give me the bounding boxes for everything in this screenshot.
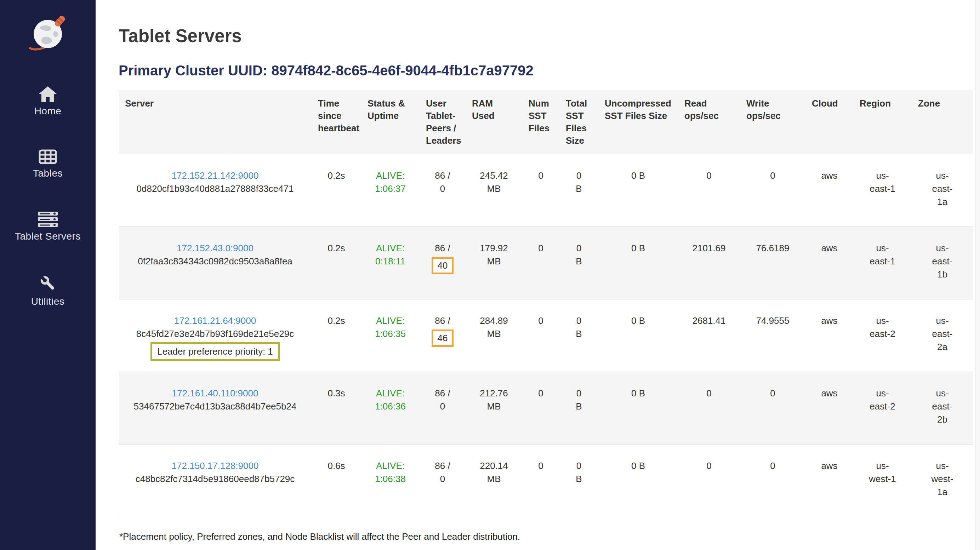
tablet-servers-page: Home Tables	[0, 0, 980, 550]
cloud-value: aws	[821, 243, 837, 253]
home-icon	[39, 86, 57, 102]
table-row: 172.150.17.128:9000 c48bc82fc7314d5e9186…	[119, 445, 973, 517]
leader-preference-box: Leader preference priority: 1	[151, 342, 280, 361]
col-header-write-ops: Write ops/sec	[740, 90, 805, 154]
peers-value: 86 / 0	[433, 459, 452, 486]
num-sst-value: 0	[538, 170, 543, 181]
table-header-row: Server Time since heartbeat Status & Upt…	[119, 90, 973, 154]
col-header-num-sst: Num SST Files	[522, 90, 559, 154]
ram-value: 245.42 MB	[476, 169, 512, 196]
num-sst-value: 0	[538, 243, 543, 253]
status-value: ALIVE:	[365, 459, 415, 472]
zone-value: us-east-1b	[928, 242, 957, 281]
tablet-servers-table: Server Time since heartbeat Status & Upt…	[119, 90, 973, 517]
server-uuid: 8c45fd27e3e24b7b93f169de21e5e29c	[136, 329, 294, 339]
sidebar-item-tablet-servers[interactable]: Tablet Servers	[15, 211, 81, 242]
status-value: ALIVE:	[365, 387, 415, 400]
heartbeat-value: 0.2s	[328, 315, 345, 326]
total-sst-value: 0 B	[574, 387, 584, 413]
region-value: us-east-1	[869, 169, 897, 196]
sidebar-item-label: Tables	[33, 168, 63, 179]
sidebar-item-label: Home	[34, 105, 62, 117]
col-header-total-sst: Total SST Files Size	[559, 90, 598, 154]
placement-footnote: *Placement policy, Preferred zones, and …	[119, 531, 980, 542]
ram-value: 179.92 MB	[476, 242, 512, 268]
uncompressed-sst-value: 0 B	[631, 388, 645, 399]
table-row: 172.152.21.142:9000 0d820cf1b93c40d881a2…	[119, 154, 973, 227]
tables-icon	[38, 149, 57, 164]
page-title: Tablet Servers	[119, 25, 980, 46]
zone-value: us-east-1a	[928, 169, 957, 208]
write-ops-value: 0	[770, 388, 775, 399]
uptime-value: 1:06:35	[365, 327, 415, 340]
sidebar-item-tables[interactable]: Tables	[33, 149, 63, 179]
sidebar-item-label: Utilities	[31, 296, 65, 307]
table-row: 172.161.40.110:9000 53467572be7c4d13b3ac…	[119, 372, 973, 445]
status-value: ALIVE:	[365, 314, 415, 327]
col-header-peers: User Tablet-Peers / Leaders	[420, 90, 466, 154]
peers-value: 86 /	[435, 314, 450, 327]
uptime-value: 0:18:11	[365, 255, 415, 268]
server-uuid: 0f2faa3c834343c0982dc9503a8a8fea	[138, 256, 293, 267]
heartbeat-value: 0.2s	[328, 243, 345, 253]
write-ops-value: 74.9555	[756, 315, 789, 326]
read-ops-value: 0	[706, 170, 711, 181]
leaders-highlight-box: 46	[431, 329, 454, 347]
write-ops-value: 0	[770, 170, 775, 181]
write-ops-value: 0	[770, 461, 775, 471]
server-uuid: 0d820cf1b93c40d881a27888f33ce471	[137, 183, 294, 194]
vertical-scrollbar[interactable]	[975, 0, 980, 550]
tablet-servers-icon	[38, 211, 58, 227]
region-value: us-east-2	[869, 314, 897, 340]
sidebar-nav: Home Tables	[15, 86, 81, 307]
region-value: us-west-1	[869, 459, 897, 486]
sidebar-item-utilities[interactable]: Utilities	[31, 275, 65, 307]
yugabyte-logo-icon[interactable]	[27, 11, 69, 54]
ram-value: 220.14 MB	[476, 459, 512, 486]
read-ops-value: 2681.41	[692, 315, 726, 326]
col-header-zone: Zone	[912, 90, 973, 154]
col-header-cloud: Cloud	[805, 90, 853, 154]
total-sst-value: 0 B	[574, 314, 584, 340]
heartbeat-value: 0.3s	[328, 388, 345, 399]
col-header-read-ops: Read ops/sec	[678, 90, 740, 154]
leaders-highlight-box: 40	[431, 257, 454, 274]
read-ops-value: 0	[706, 461, 711, 471]
region-value: us-east-1	[869, 242, 897, 268]
peers-value: 86 / 0	[433, 169, 452, 196]
server-link[interactable]: 172.152.43.0:9000	[177, 243, 253, 253]
server-uuid: 53467572be7c4d13b3ac88d4b7ee5b24	[134, 401, 297, 412]
uncompressed-sst-value: 0 B	[631, 243, 645, 253]
sidebar-item-label: Tablet Servers	[15, 231, 81, 242]
zone-value: us-west-1a	[928, 459, 957, 499]
num-sst-value: 0	[538, 315, 543, 326]
sidebar: Home Tables	[0, 0, 95, 550]
write-ops-value: 76.6189	[756, 243, 789, 253]
uncompressed-sst-value: 0 B	[631, 170, 645, 181]
sidebar-item-home[interactable]: Home	[34, 86, 62, 117]
col-header-ram: RAM Used	[466, 90, 522, 154]
col-header-server: Server	[119, 90, 312, 154]
uptime-value: 1:06:37	[365, 182, 415, 196]
total-sst-value: 0 B	[574, 169, 584, 196]
ram-value: 212.76 MB	[476, 387, 512, 413]
uncompressed-sst-value: 0 B	[631, 461, 645, 471]
zone-value: us-east-2a	[928, 314, 957, 354]
server-link[interactable]: 172.161.21.64:9000	[174, 315, 256, 326]
server-link[interactable]: 172.150.17.128:9000	[172, 461, 259, 471]
cloud-value: aws	[821, 461, 837, 471]
heartbeat-value: 0.6s	[328, 461, 345, 471]
server-uuid: c48bc82fc7314d5e91860eed87b5729c	[135, 474, 295, 484]
uptime-value: 1:06:36	[365, 400, 415, 413]
main-content: Tablet Servers Primary Cluster UUID: 897…	[95, 0, 980, 550]
utilities-icon	[39, 275, 57, 292]
uncompressed-sst-value: 0 B	[631, 315, 645, 326]
ram-value: 284.89 MB	[476, 314, 512, 340]
table-row: 172.161.21.64:9000 8c45fd27e3e24b7b93f16…	[119, 299, 973, 372]
server-link[interactable]: 172.152.21.142:9000	[172, 170, 259, 181]
col-header-uncompressed-sst: Uncompressed SST Files Size	[598, 90, 678, 154]
peers-value: 86 /	[435, 242, 450, 255]
num-sst-value: 0	[538, 388, 543, 399]
cloud-value: aws	[821, 388, 837, 399]
server-link[interactable]: 172.161.40.110:9000	[172, 388, 258, 399]
